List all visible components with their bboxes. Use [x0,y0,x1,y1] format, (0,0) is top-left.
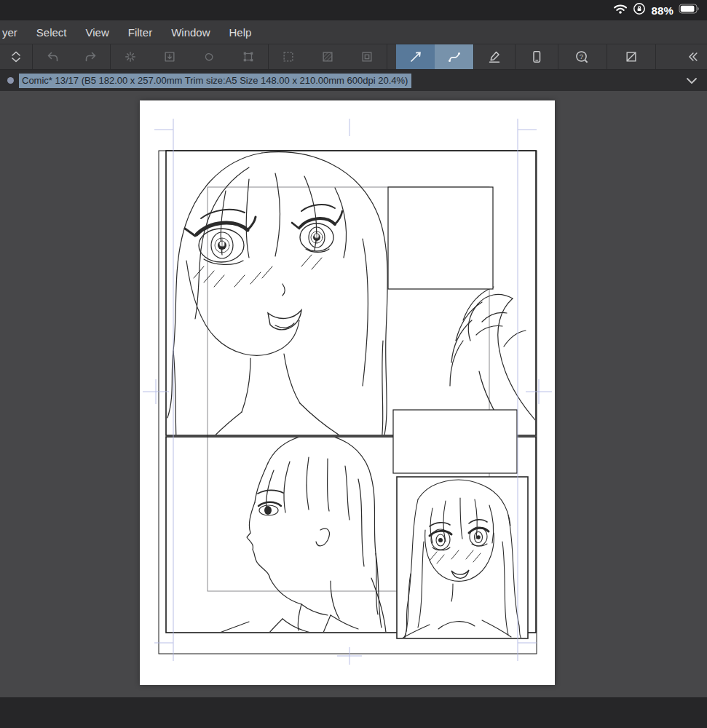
phone-icon [529,50,544,64]
panel2-artwork [220,435,386,635]
canvas-workspace[interactable] [0,91,707,697]
menu-item-select[interactable]: Select [36,26,67,39]
menu-item-help[interactable]: Help [229,26,252,39]
screen-toggle-button[interactable] [607,44,655,69]
companion-device-button[interactable] [516,44,558,69]
help-button[interactable]: ? [558,44,607,69]
document-tab-bar: Comic* 13/17 (B5 182.00 x 257.00mm Trim … [0,69,707,91]
command-toolbar: ? [0,44,707,69]
document-tab[interactable]: Comic* 13/17 (B5 182.00 x 257.00mm Trim … [19,74,411,88]
document-page[interactable] [140,100,555,685]
hatched-square-icon [321,50,334,63]
menu-item-filter[interactable]: Filter [128,26,152,39]
menu-item-layer-truncated[interactable]: yer [2,26,17,39]
collapse-toolbar-button[interactable] [678,44,707,69]
snap-ruler-button[interactable] [111,44,150,69]
undo-icon [45,50,60,64]
chevron-down-icon [685,76,698,85]
undo-button[interactable] [33,44,71,69]
rotation-lock-icon [633,2,646,18]
pen-line-icon [487,50,502,64]
diagonal-square-icon [625,50,638,63]
diagonal-line-icon [408,50,423,64]
nested-square-icon [360,50,374,63]
curve-tool-button[interactable] [435,44,473,69]
svg-text:?: ? [580,52,583,60]
snap-grid-button[interactable] [189,44,229,69]
battery-icon [679,4,700,17]
menu-item-window[interactable]: Window [171,26,210,39]
help-pen-icon: ? [574,50,591,64]
redo-button[interactable] [71,44,110,69]
straight-line-tool-button[interactable] [396,44,435,69]
chevron-up-down-icon [9,50,23,64]
sub-panel-frame [397,477,528,638]
wifi-icon [613,3,628,17]
battery-percent: 88% [651,4,674,17]
selection-mask-button[interactable] [308,44,347,69]
menu-bar: yer Select View Filter Window Help [0,20,707,44]
dashed-square-icon [282,50,295,63]
burst-icon [124,50,137,63]
tool-cycle-button[interactable] [0,44,32,69]
page-artwork [140,100,555,685]
transform-frame-icon [242,50,255,63]
lasso-icon [202,50,216,63]
redo-icon [84,50,98,64]
select-area-button[interactable] [269,44,308,69]
double-chevron-left-icon [686,50,699,63]
square-drop-icon [163,50,176,63]
pen-line-tool-button[interactable] [474,44,515,69]
snap-special-ruler-button[interactable] [150,44,189,69]
status-bar: 88% [0,0,707,20]
curve-icon [447,50,462,64]
selection-launcher-button[interactable] [347,44,387,69]
document-modified-dot [7,77,14,84]
menu-item-view[interactable]: View [86,26,109,39]
bottom-bar [0,697,707,728]
tab-list-button[interactable] [685,76,698,85]
transform-button[interactable] [229,44,268,69]
